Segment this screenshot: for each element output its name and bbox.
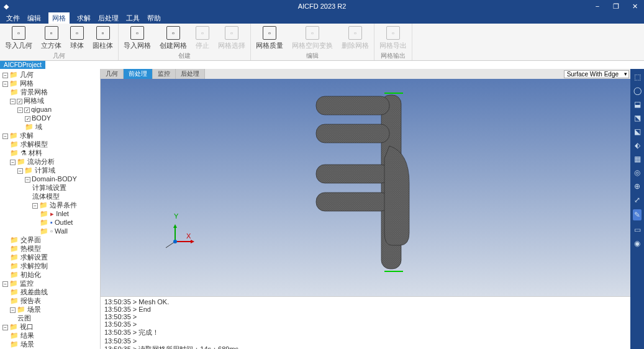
viewtool-4[interactable]: ⬕ xyxy=(634,127,641,136)
subtab-监控[interactable]: 监控 xyxy=(153,69,176,79)
tree-结果[interactable]: 📁 结果 xyxy=(10,331,99,340)
svg-rect-5 xyxy=(316,193,389,211)
viewtool-2[interactable]: ⬓ xyxy=(634,100,641,109)
toggle-icon[interactable]: − xyxy=(17,168,23,174)
viewtool-7[interactable]: ◎ xyxy=(634,168,640,177)
viewtool-0[interactable]: ⬚ xyxy=(634,73,641,81)
menu-工具[interactable]: 工具 xyxy=(126,14,140,23)
toggle-icon[interactable]: − xyxy=(2,281,8,287)
tree-BODY[interactable]: ✓BODY xyxy=(25,114,99,122)
viewtool-12[interactable]: ◉ xyxy=(634,239,640,248)
ribbon-导入网格[interactable]: ▫导入网格 xyxy=(121,25,153,52)
folder-icon: 📁 xyxy=(10,288,19,296)
toggle-icon[interactable]: − xyxy=(2,73,8,78)
subtab-几何[interactable]: 几何 xyxy=(101,69,124,79)
viewtool-8[interactable]: ⊕ xyxy=(634,182,640,191)
tree-计算域[interactable]: −📁 计算域 xyxy=(17,166,99,175)
project-tab[interactable]: AICFDProject xyxy=(0,61,45,69)
menu-文件[interactable]: 文件 xyxy=(6,14,20,23)
folder-icon: 📁 xyxy=(10,340,19,348)
viewtool-9[interactable]: ⤢ xyxy=(634,196,640,204)
viewtool-5[interactable]: ⬖ xyxy=(635,141,640,150)
ribbon-立方体[interactable]: ▫立方体 xyxy=(39,25,64,52)
ribbon-球体[interactable]: ▫球体 xyxy=(68,25,86,52)
folder-icon: 📁 xyxy=(9,71,18,78)
viewtool-11[interactable]: ▭ xyxy=(634,225,641,234)
ribbon-网格质量[interactable]: ▫网格质量 xyxy=(253,25,286,52)
viewtool-3[interactable]: ⬔ xyxy=(634,114,641,122)
menu-后处理[interactable]: 后处理 xyxy=(98,14,119,23)
tree-Inlet[interactable]: 📁 ▸ Inlet xyxy=(40,209,99,218)
tree-场景[interactable]: −📁 场景 xyxy=(10,305,99,314)
viewtool-6[interactable]: ▦ xyxy=(634,155,641,163)
tree-qiguan[interactable]: −✓qiguan xyxy=(17,105,99,114)
tree-视口[interactable]: −📁 视口 xyxy=(2,322,99,331)
toggle-icon[interactable]: − xyxy=(10,160,16,165)
tree-云图[interactable]: 云图 xyxy=(17,314,99,322)
menu-求解[interactable]: 求解 xyxy=(77,14,91,23)
close-button[interactable]: ✕ xyxy=(625,2,644,11)
checkbox-icon[interactable]: ✓ xyxy=(17,99,22,104)
folder-icon: 📁 xyxy=(9,279,18,287)
ribbon-圆柱体[interactable]: ▫圆柱体 xyxy=(90,25,116,52)
tree-场景[interactable]: 📁 场景 xyxy=(10,340,99,348)
tree-残差曲线[interactable]: 📁 残差曲线 xyxy=(10,288,99,296)
menu-帮助[interactable]: 帮助 xyxy=(147,14,161,23)
checkbox-icon[interactable]: ✓ xyxy=(24,107,30,113)
toggle-icon[interactable]: − xyxy=(17,107,23,113)
material-icon: ⚗ xyxy=(20,149,27,156)
message-console[interactable]: 13:50:35 > Mesh OK.13:50:35 > End13:50:3… xyxy=(101,296,630,349)
ribbon-导入几何[interactable]: ▫导入几何 xyxy=(2,25,35,52)
folder-icon: 📁 xyxy=(10,253,19,261)
tree-报告表[interactable]: 📁 报告表 xyxy=(10,296,99,305)
subtab-后处理[interactable]: 后处理 xyxy=(176,69,205,79)
toggle-icon[interactable]: − xyxy=(2,81,8,87)
folder-icon: 📁 xyxy=(40,219,48,226)
checkbox-icon[interactable]: ✓ xyxy=(25,116,30,122)
outlet-icon: ▪ xyxy=(50,219,53,226)
minimize-button[interactable]: − xyxy=(588,2,607,11)
tree-Domain-BODY[interactable]: −Domain-BODY xyxy=(25,175,99,183)
tree-流动分析[interactable]: −📁 流动分析 xyxy=(10,157,99,166)
toggle-icon[interactable]: − xyxy=(10,307,16,313)
tree-求解[interactable]: −📁 求解 xyxy=(2,131,99,140)
maximize-button[interactable]: ❐ xyxy=(607,2,625,11)
subtab-前处理[interactable]: 前处理 xyxy=(124,69,153,79)
app-icon: ◆ xyxy=(4,2,9,11)
svg-marker-9 xyxy=(173,224,177,228)
tree-边界条件[interactable]: −📁 边界条件 xyxy=(32,201,99,209)
tree-Outlet[interactable]: 📁 ▪ Outlet xyxy=(40,218,99,227)
tree-流体模型[interactable]: 流体模型 xyxy=(32,192,99,201)
tree-求解模型[interactable]: 📁 求解模型 xyxy=(10,140,99,148)
tree-初始化[interactable]: 📁 初始化 xyxy=(10,270,99,279)
tree-热模型[interactable]: 📁 热模型 xyxy=(10,244,99,253)
tree-网格[interactable]: −📁 网格 xyxy=(2,79,99,88)
tree-交界面[interactable]: 📁 交界面 xyxy=(10,235,99,244)
toggle-icon[interactable]: − xyxy=(10,99,16,104)
tree-域[interactable]: 📁 域 xyxy=(25,122,99,131)
tree-求解设置[interactable]: 📁 求解设置 xyxy=(10,253,99,261)
viewtool-10[interactable]: ✎ xyxy=(633,209,642,220)
tree-背景网格[interactable]: 📁 背景网格 xyxy=(10,88,99,96)
tree-求解控制[interactable]: 📁 求解控制 xyxy=(10,261,99,270)
tree-材料[interactable]: 📁 ⚗ 材料 xyxy=(10,148,99,157)
display-mode-combo[interactable]: Surface With Edge xyxy=(564,70,629,78)
folder-icon: 📁 xyxy=(10,262,19,270)
tree-监控[interactable]: −📁 监控 xyxy=(2,279,99,288)
toggle-icon[interactable]: − xyxy=(25,177,30,183)
tree-Wall[interactable]: 📁 ▫ Wall xyxy=(40,227,99,235)
inlet-icon: ▸ xyxy=(50,210,54,217)
wall-icon: ▫ xyxy=(50,227,53,235)
menu-网格[interactable]: 网格 xyxy=(48,12,70,24)
toggle-icon[interactable]: − xyxy=(2,134,8,139)
tree-计算域设置[interactable]: 计算域设置 xyxy=(32,183,99,192)
3d-viewport[interactable]: YX xyxy=(101,79,630,296)
tree-网格域[interactable]: −✓网格域 xyxy=(10,96,99,105)
model-tree[interactable]: −📁 几何−📁 网格📁 背景网格−✓网格域−✓qiguan✓BODY📁 域−📁 … xyxy=(0,69,101,349)
toggle-icon[interactable]: − xyxy=(2,325,8,330)
ribbon-创建网格[interactable]: ▫创建网格 xyxy=(157,25,189,52)
menu-编辑[interactable]: 编辑 xyxy=(27,14,41,23)
toggle-icon[interactable]: − xyxy=(32,203,38,209)
viewtool-1[interactable]: ◯ xyxy=(633,86,642,95)
tree-几何[interactable]: −📁 几何 xyxy=(2,70,99,79)
